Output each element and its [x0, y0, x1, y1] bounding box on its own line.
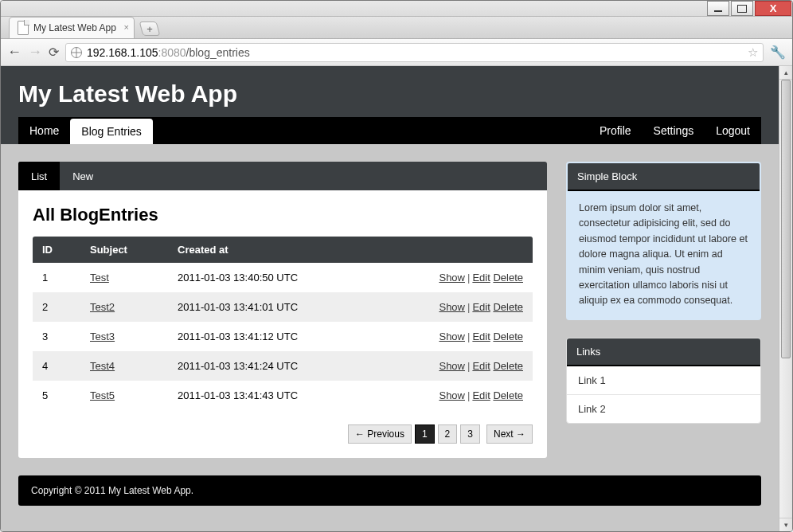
simple-block-title: Simple Block: [568, 163, 760, 191]
nav-item-profile[interactable]: Profile: [588, 117, 643, 144]
forward-button[interactable]: →: [28, 44, 42, 61]
page: My Latest Web App Home Blog Entries Prof…: [1, 66, 779, 531]
col-header-actions: [405, 237, 533, 263]
edit-link[interactable]: Edit: [472, 331, 490, 342]
sidebar-link[interactable]: Link 2: [567, 395, 760, 423]
pagination-page[interactable]: 2: [438, 424, 458, 444]
page-body: List New All BlogEntries ID Subject: [1, 144, 779, 475]
cell-subject: Test: [80, 263, 168, 292]
secondary-nav: List New: [18, 162, 547, 190]
edit-link[interactable]: Edit: [472, 389, 490, 401]
delete-link[interactable]: Delete: [493, 360, 523, 372]
edit-link[interactable]: Edit: [472, 301, 490, 313]
window-titlebar: [1, 1, 792, 17]
secondary-nav-new[interactable]: New: [60, 162, 106, 190]
subject-link[interactable]: Test3: [90, 331, 115, 342]
sidebar-link[interactable]: Link 1: [567, 366, 760, 395]
tab-close-icon[interactable]: ×: [123, 22, 128, 32]
main-column: List New All BlogEntries ID Subject: [18, 162, 547, 458]
wrench-menu-icon[interactable]: 🔧: [770, 45, 786, 60]
simple-block-body: Lorem ipsum dolor sit amet, consectetur …: [568, 191, 760, 319]
delete-link[interactable]: Delete: [493, 389, 523, 401]
cell-created-at: 2011-01-03 13:41:24 UTC: [168, 351, 405, 381]
window-close-button[interactable]: [755, 1, 791, 16]
scroll-track[interactable]: [779, 358, 792, 518]
nav-spacer: [153, 117, 588, 144]
simple-block: Simple Block Lorem ipsum dolor sit amet,…: [566, 162, 761, 320]
cell-actions: Show|Edit Delete: [405, 292, 533, 322]
window-maximize-button[interactable]: [731, 1, 753, 16]
globe-icon: [71, 47, 82, 58]
show-link[interactable]: Show: [439, 389, 465, 401]
scroll-up-arrow-icon[interactable]: ▴: [779, 66, 792, 80]
action-separator: |: [465, 331, 472, 342]
pagination-next[interactable]: Next →: [486, 424, 533, 444]
col-header-created-at: Created at: [168, 237, 405, 263]
browser-viewport: My Latest Web App Home Blog Entries Prof…: [1, 66, 792, 531]
subject-link[interactable]: Test2: [90, 301, 115, 313]
links-block-title: Links: [567, 338, 760, 366]
cell-subject: Test3: [80, 322, 168, 351]
back-button[interactable]: ←: [7, 44, 21, 61]
app-title: My Latest Web App: [18, 80, 761, 117]
subject-link[interactable]: Test: [90, 272, 109, 284]
cell-actions: Show|Edit Delete: [405, 381, 533, 410]
cell-id: 3: [33, 322, 80, 351]
table-row: 3Test32011-01-03 13:41:12 UTCShow|Edit D…: [33, 322, 533, 351]
edit-link[interactable]: Edit: [472, 360, 490, 372]
show-link[interactable]: Show: [439, 360, 465, 372]
browser-tab[interactable]: My Latest Web App ×: [9, 17, 135, 38]
scroll-down-arrow-icon[interactable]: ▾: [779, 518, 792, 531]
action-separator: |: [465, 360, 472, 372]
cell-actions: Show|Edit Delete: [405, 322, 533, 351]
footer-text: Copyright © 2011 My Latest Web App.: [31, 485, 193, 496]
scroll-thumb[interactable]: [781, 80, 791, 358]
cell-created-at: 2011-01-03 13:40:50 UTC: [168, 263, 405, 292]
secondary-nav-list[interactable]: List: [18, 162, 60, 190]
browser-toolbar: ← → ⟳ 192.168.1.105:8080/blog_entries ☆ …: [1, 39, 792, 66]
cell-created-at: 2011-01-03 13:41:12 UTC: [168, 322, 405, 351]
delete-link[interactable]: Delete: [493, 272, 523, 284]
primary-nav: Home Blog Entries Profile Settings Logou…: [18, 117, 761, 144]
window-minimize-button[interactable]: [707, 1, 729, 16]
cell-subject: Test5: [80, 381, 168, 410]
edit-link[interactable]: Edit: [472, 272, 490, 284]
url-path: /blog_entries: [186, 46, 250, 59]
cell-id: 2: [33, 292, 80, 322]
cell-created-at: 2011-01-03 13:41:01 UTC: [168, 292, 405, 322]
show-link[interactable]: Show: [439, 301, 465, 313]
url-host: 192.168.1.105: [87, 46, 158, 59]
pagination-prev[interactable]: ← Previous: [348, 424, 412, 444]
entries-table: ID Subject Created at 1Test2011-01-03 13…: [33, 237, 533, 410]
browser-tabstrip: My Latest Web App × +: [1, 17, 792, 39]
show-link[interactable]: Show: [439, 331, 465, 342]
address-bar[interactable]: 192.168.1.105:8080/blog_entries ☆: [65, 43, 764, 62]
show-link[interactable]: Show: [439, 272, 465, 284]
browser-window: My Latest Web App × + ← → ⟳ 192.168.1.10…: [0, 0, 793, 532]
content-card: All BlogEntries ID Subject Created at: [18, 190, 547, 458]
cell-subject: Test4: [80, 351, 168, 381]
page-icon: [18, 21, 29, 35]
table-row: 5Test52011-01-03 13:41:43 UTCShow|Edit D…: [33, 381, 533, 410]
col-header-id: ID: [33, 237, 80, 263]
url-port: :8080: [158, 46, 186, 59]
nav-item-home[interactable]: Home: [18, 117, 70, 144]
nav-item-logout[interactable]: Logout: [705, 117, 761, 144]
action-separator: |: [465, 301, 472, 313]
vertical-scrollbar[interactable]: ▴ ▾: [779, 66, 792, 531]
delete-link[interactable]: Delete: [493, 331, 523, 342]
action-separator: |: [465, 272, 472, 284]
nav-item-blog-entries[interactable]: Blog Entries: [70, 119, 152, 144]
delete-link[interactable]: Delete: [493, 301, 523, 313]
pagination-page[interactable]: 1: [415, 424, 435, 444]
col-header-subject: Subject: [80, 237, 168, 263]
nav-item-settings[interactable]: Settings: [643, 117, 705, 144]
reload-button[interactable]: ⟳: [49, 45, 59, 60]
new-tab-button[interactable]: +: [139, 22, 160, 36]
subject-link[interactable]: Test4: [90, 360, 115, 372]
bookmark-star-icon[interactable]: ☆: [748, 45, 758, 60]
cell-created-at: 2011-01-03 13:41:43 UTC: [168, 381, 405, 410]
table-row: 4Test42011-01-03 13:41:24 UTCShow|Edit D…: [33, 351, 533, 381]
pagination-page[interactable]: 3: [460, 424, 480, 444]
subject-link[interactable]: Test5: [90, 389, 115, 401]
